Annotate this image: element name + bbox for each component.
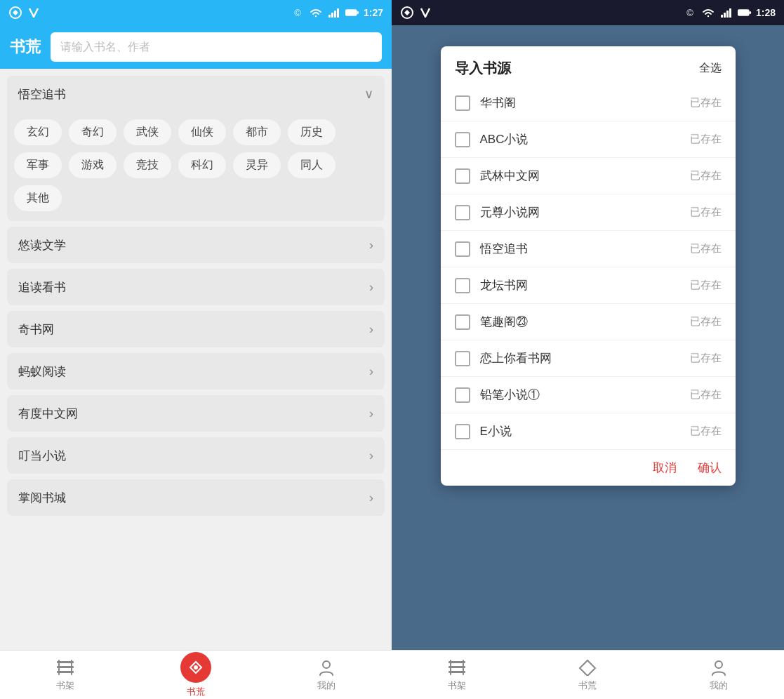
source-header-wukong[interactable]: 悟空追书 ∨: [7, 76, 385, 112]
search-placeholder: 请输入书名、作者: [60, 40, 150, 55]
app-title: 书荒: [10, 36, 41, 58]
item-name-huashu: 华书阁: [480, 95, 516, 111]
tag-qihuan[interactable]: 奇幻: [69, 119, 117, 145]
dialog-item-left-6: 龙坛书网: [455, 277, 528, 293]
chevron-right-icon-1: ›: [369, 238, 373, 253]
checkbox-wukong[interactable]: [455, 241, 470, 257]
nav-item-bookshelf-right[interactable]: 书架: [392, 658, 522, 692]
source-header-youdu[interactable]: 悠读文学 ›: [7, 227, 385, 263]
status-bar-right: © 1:28: [392, 0, 784, 25]
item-name-qianbi: 铅笔小说①: [480, 387, 540, 403]
tag-youxi[interactable]: 游戏: [69, 152, 117, 178]
source-title-youdu: 悠读文学: [18, 237, 66, 253]
source-header-zhuidu[interactable]: 追读看书 ›: [7, 269, 385, 305]
wifi-icon: [309, 6, 323, 20]
nav-item-books[interactable]: 书荒: [131, 652, 261, 698]
svg-point-12: [194, 665, 198, 670]
right-status-icons-right: © 1:28: [683, 6, 776, 20]
source-group-zhuidu: 追读看书 ›: [7, 269, 385, 305]
bookshelf-icon-right: [446, 658, 467, 677]
dialog-item-left-7: 笔趣阁㉓: [455, 314, 528, 330]
dialog-item-qianbi[interactable]: 铅笔小说① 已存在: [441, 377, 736, 413]
tag-dushi[interactable]: 都市: [233, 119, 281, 145]
app-icon-2: [27, 6, 41, 20]
source-group-dingdang: 叮当小说 ›: [7, 437, 385, 474]
svg-rect-4: [337, 8, 339, 18]
cancel-button[interactable]: 取消: [653, 460, 677, 476]
battery-icon: [345, 6, 359, 20]
checkbox-lianshangyou[interactable]: [455, 351, 470, 366]
dialog-item-left-8: 恋上你看书网: [455, 350, 552, 366]
tag-lingyi[interactable]: 灵异: [233, 152, 281, 178]
nav-item-mine-right[interactable]: 我的: [653, 658, 784, 692]
dialog-item-abc[interactable]: ABC小说 已存在: [441, 121, 736, 158]
dialog-item-wulin[interactable]: 武林中文网 已存在: [441, 158, 736, 194]
checkbox-longtan[interactable]: [455, 278, 470, 293]
tag-lishi[interactable]: 历史: [288, 119, 335, 145]
dialog-item-yuanzun[interactable]: 元尊小说网 已存在: [441, 194, 736, 231]
source-group-qishu: 奇书网 ›: [7, 311, 385, 347]
books-icon-circle: [180, 652, 211, 683]
source-header-zhangyue[interactable]: 掌阅书城 ›: [7, 479, 385, 516]
dialog-item-left-1: 华书阁: [455, 95, 516, 111]
source-header-youdu2[interactable]: 有度中文网 ›: [7, 395, 385, 432]
svg-rect-24: [450, 660, 451, 675]
signal-icon: [327, 6, 341, 20]
left-panel: © 1:27 书荒 请输入书名、作者 悟空追书 ∨: [0, 0, 392, 699]
item-status-yuanzun: 已存在: [690, 206, 722, 219]
source-group-mayi: 蚂蚁阅读 ›: [7, 353, 385, 390]
item-name-exiaoshuo: E小说: [480, 423, 512, 439]
nav-label-mine-right: 我的: [710, 679, 728, 692]
select-all-button[interactable]: 全选: [699, 61, 722, 76]
copyright-icon-right: ©: [683, 6, 697, 20]
checkbox-qianbi[interactable]: [455, 387, 470, 403]
nav-item-bookshelf[interactable]: 书架: [0, 658, 131, 692]
source-header-mayi[interactable]: 蚂蚁阅读 ›: [7, 353, 385, 390]
item-name-biquge: 笔趣阁㉓: [480, 314, 528, 330]
checkbox-biquge[interactable]: [455, 314, 470, 330]
svg-rect-5: [345, 9, 357, 15]
dialog-item-lianshangyou[interactable]: 恋上你看书网 已存在: [441, 340, 736, 377]
tag-jingji[interactable]: 竞技: [124, 152, 171, 178]
dialog-item-exiaoshuo[interactable]: E小说 已存在: [441, 413, 736, 450]
tag-wuxia[interactable]: 武侠: [124, 119, 171, 145]
bookshelf-icon: [55, 658, 76, 677]
tag-xianxia[interactable]: 仙侠: [178, 119, 226, 145]
dialog-item-wukong[interactable]: 悟空追书 已存在: [441, 231, 736, 267]
tag-kehuan[interactable]: 科幻: [178, 152, 226, 178]
status-icons-left: [8, 6, 41, 20]
app-icon-right-2: [418, 6, 432, 20]
source-title-dingdang: 叮当小说: [18, 448, 66, 464]
checkbox-exiaoshuo[interactable]: [455, 424, 470, 439]
source-header-dingdang[interactable]: 叮当小说 ›: [7, 437, 385, 474]
nav-item-mine[interactable]: 我的: [261, 658, 392, 692]
checkbox-huashu[interactable]: [455, 95, 470, 111]
dialog-list: 华书阁 已存在 ABC小说 已存在 武林中文网 已存在: [441, 85, 736, 450]
tag-xuanhuan[interactable]: 玄幻: [14, 119, 62, 145]
status-time-left: 1:27: [364, 7, 383, 18]
search-box[interactable]: 请输入书名、作者: [51, 32, 382, 62]
item-name-wukong: 悟空追书: [480, 241, 528, 257]
books-icon-right: [577, 658, 598, 677]
signal-icon-right: [719, 6, 733, 20]
dialog-item-biquge[interactable]: 笔趣阁㉓ 已存在: [441, 304, 736, 340]
dialog-item-huashu[interactable]: 华书阁 已存在: [441, 85, 736, 121]
svg-rect-16: [724, 13, 726, 18]
dialog-item-left-10: E小说: [455, 423, 512, 439]
dialog-item-longtan[interactable]: 龙坛书网 已存在: [441, 267, 736, 304]
nav-item-books-right[interactable]: 书荒: [522, 658, 653, 692]
tag-qita[interactable]: 其他: [14, 185, 62, 211]
tag-junshi[interactable]: 军事: [14, 152, 62, 178]
confirm-button[interactable]: 确认: [698, 460, 722, 476]
status-bar-left: © 1:27: [0, 0, 392, 25]
wifi-icon-right: [701, 6, 715, 20]
source-group-youdu2: 有度中文网 ›: [7, 395, 385, 432]
source-group-zhangyue: 掌阅书城 ›: [7, 479, 385, 516]
svg-rect-11: [71, 660, 72, 675]
source-title-zhuidu: 追读看书: [18, 279, 66, 295]
checkbox-wulin[interactable]: [455, 168, 470, 184]
source-header-qishu[interactable]: 奇书网 ›: [7, 311, 385, 347]
checkbox-yuanzun[interactable]: [455, 205, 470, 220]
tag-tongren[interactable]: 同人: [288, 152, 335, 178]
checkbox-abc[interactable]: [455, 132, 470, 147]
